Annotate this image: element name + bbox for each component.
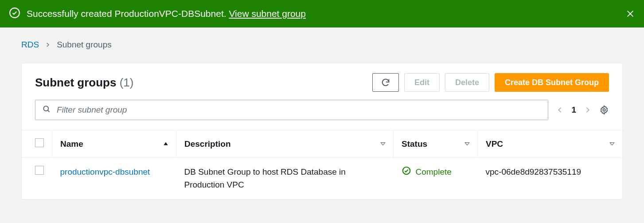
row-description-cell: DB Subnet Group to host RDS Database in …: [176, 158, 394, 200]
panel-header: Subnet groups (1) Edit Delete Create DB …: [22, 63, 622, 92]
header-description[interactable]: Description: [176, 130, 394, 158]
title-text: Subnet groups: [35, 76, 116, 89]
panel-tools: 1: [22, 92, 622, 130]
subnet-groups-table: Name Description Status: [22, 130, 622, 199]
create-db-subnet-group-button[interactable]: Create DB Subnet Group: [495, 73, 609, 92]
status-complete-icon: [402, 166, 411, 180]
refresh-icon: [381, 78, 390, 87]
pagination: 1: [556, 105, 591, 115]
breadcrumb-current: Subnet groups: [57, 40, 112, 50]
header-vpc-label: VPC: [486, 139, 503, 149]
success-flash: Successfully created ProductionVPC-DBSub…: [0, 0, 644, 27]
header-description-label: Description: [184, 139, 231, 149]
row-vpc-cell: vpc-06de8d92837535119: [478, 158, 623, 200]
success-check-icon: [9, 7, 20, 20]
search-input[interactable]: [35, 100, 548, 120]
subnet-groups-panel: Subnet groups (1) Edit Delete Create DB …: [21, 63, 623, 200]
sort-handle-icon[interactable]: [464, 139, 470, 149]
refresh-button[interactable]: [372, 73, 399, 92]
title-count: (1): [120, 76, 134, 89]
svg-point-1: [43, 106, 48, 111]
page-number: 1: [571, 105, 576, 115]
search-icon: [42, 105, 51, 115]
prev-page-icon[interactable]: [556, 106, 563, 113]
header-status[interactable]: Status: [394, 130, 478, 158]
header-checkbox-cell: [22, 130, 52, 158]
page-title: Subnet groups (1): [35, 76, 133, 90]
header-name[interactable]: Name: [52, 130, 176, 158]
row-status-cell: Complete: [394, 158, 478, 200]
delete-button[interactable]: Delete: [445, 73, 489, 92]
edit-button[interactable]: Edit: [404, 73, 440, 92]
gear-icon[interactable]: [599, 105, 609, 115]
status-text: Complete: [416, 166, 452, 179]
flash-text: Successfully created ProductionVPC-DBSub…: [27, 8, 229, 19]
flash-message: Successfully created ProductionVPC-DBSub…: [27, 8, 306, 19]
chevron-right-icon: [45, 42, 51, 47]
header-name-label: Name: [60, 139, 83, 149]
breadcrumb: RDS Subnet groups: [0, 27, 644, 50]
table-row: productionvpc-dbsubnet DB Subnet Group t…: [22, 158, 622, 200]
sort-handle-icon[interactable]: [380, 139, 386, 149]
row-name-cell: productionvpc-dbsubnet: [52, 158, 176, 200]
view-subnet-group-link[interactable]: View subnet group: [229, 8, 306, 19]
header-vpc[interactable]: VPC: [478, 130, 623, 158]
row-checkbox[interactable]: [35, 166, 44, 175]
header-status-label: Status: [402, 139, 427, 149]
sort-handle-icon[interactable]: [609, 139, 615, 149]
svg-point-0: [10, 8, 20, 18]
next-page-icon[interactable]: [584, 106, 591, 113]
select-all-checkbox[interactable]: [35, 138, 44, 147]
sort-asc-icon[interactable]: [163, 139, 169, 149]
row-checkbox-cell: [22, 158, 52, 200]
close-icon[interactable]: [625, 9, 635, 19]
svg-point-2: [603, 109, 605, 111]
search-wrap: [35, 100, 548, 120]
breadcrumb-root-link[interactable]: RDS: [21, 40, 39, 50]
subnet-group-link[interactable]: productionvpc-dbsubnet: [60, 167, 150, 176]
